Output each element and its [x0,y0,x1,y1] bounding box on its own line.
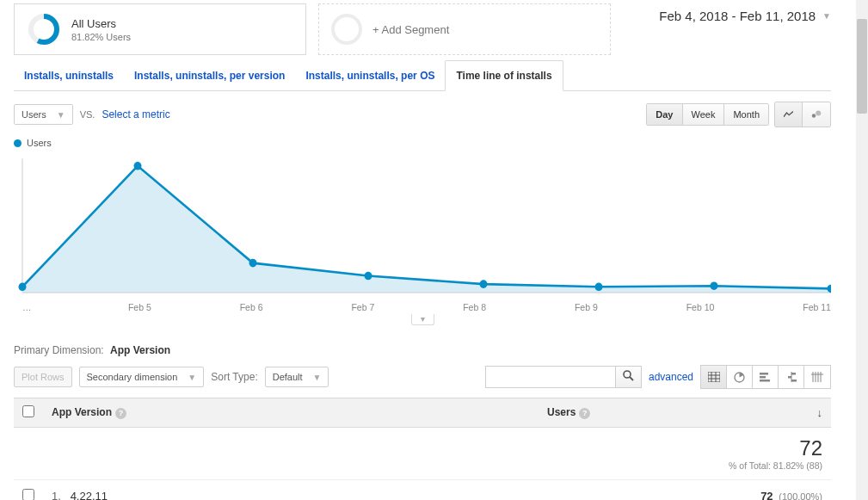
motion-chart-icon[interactable] [803,102,830,127]
select-all-checkbox[interactable] [22,405,34,417]
comparison-view-icon[interactable] [779,366,804,388]
donut-partial-icon [27,12,61,46]
legend-label: Users [27,138,52,148]
granularity-week[interactable]: Week [683,104,725,125]
caret-down-icon: ▼ [822,11,831,21]
summary-value: 72 [799,436,822,460]
table-view-group [700,365,831,389]
vertical-scrollbar[interactable] [856,0,868,500]
primary-dimension: Primary Dimension: App Version [14,325,831,356]
col-header-users[interactable]: Users? ↓ [539,398,831,428]
granularity-day[interactable]: Day [647,104,682,125]
row-name: 4.22.11 [71,490,108,500]
pie-chart-view-icon[interactable] [727,366,753,388]
svg-rect-24 [760,380,770,382]
svg-line-15 [630,377,633,380]
tab-installs-per-os[interactable]: Installs, uninstalls, per OS [295,61,445,90]
performance-view-icon[interactable] [753,366,779,388]
chart-legend: Users [14,138,831,155]
legend-dot-icon [14,139,22,147]
svg-point-8 [249,259,257,268]
svg-point-6 [19,283,27,292]
segment-subtitle: 81.82% Users [71,32,131,42]
row-checkbox[interactable] [22,489,34,500]
table-row[interactable]: 1. 4.22.11 72 (100.00%) [14,480,831,501]
svg-rect-23 [760,376,766,379]
search-button[interactable] [615,367,641,387]
summary-subtext: % of Total: 81.82% (88) [547,460,822,471]
granularity-month[interactable]: Month [724,104,768,125]
sort-desc-icon: ↓ [817,406,823,419]
secondary-dimension-dropdown[interactable]: Secondary dimension ▼ [79,367,205,387]
search-input[interactable] [486,367,615,387]
svg-point-7 [134,162,142,170]
segment-all-users[interactable]: All Users 81.82% Users [14,3,306,55]
table-summary-row: 72 % of Total: 81.82% (88) [14,428,831,480]
chart-type-group [774,102,831,127]
date-range-picker[interactable]: Feb 4, 2018 - Feb 11, 2018 ▼ [659,3,831,23]
data-table-view-icon[interactable] [701,366,727,388]
sort-type-label: Sort Type: [211,371,257,383]
help-icon[interactable]: ? [579,408,590,419]
line-chart-icon[interactable] [775,102,803,127]
svg-point-10 [480,280,488,288]
add-segment-label: + Add Segment [372,23,449,36]
select-metric-link[interactable]: Select a metric [102,108,169,120]
data-table: App Version? Users? ↓ 72 % of Total: 81.… [14,398,831,500]
tab-installs-uninstalls[interactable]: Installs, uninstalls [14,61,124,90]
granularity-group: Day Week Month [646,103,769,126]
tab-installs-per-version[interactable]: Installs, uninstalls, per version [124,61,295,90]
svg-rect-26 [791,373,796,375]
advanced-link[interactable]: advanced [649,371,693,383]
col-header-app-version[interactable]: App Version? [43,398,539,428]
tabs: Installs, uninstalls Installs, uninstall… [14,60,831,91]
svg-point-9 [365,272,372,281]
row-pct: (100.00%) [779,491,822,500]
svg-point-12 [711,281,718,290]
svg-rect-22 [760,373,768,375]
vs-label: VS. [80,109,95,120]
help-icon[interactable]: ? [115,408,126,419]
row-value: 72 [760,490,773,500]
caret-down-icon: ▼ [313,373,322,382]
primary-dimension-value[interactable]: App Version [110,344,170,356]
svg-point-14 [624,371,631,378]
svg-point-11 [595,283,603,292]
segment-title: All Users [71,17,131,30]
sort-type-dropdown[interactable]: Default ▼ [265,367,329,387]
primary-metric-dropdown[interactable]: Users ▼ [14,104,73,125]
expand-chart-caret-icon[interactable]: ▾ [411,314,434,325]
caret-down-icon: ▼ [188,373,196,382]
add-segment-card[interactable]: + Add Segment [318,3,611,55]
table-search [485,366,642,388]
date-range-text: Feb 4, 2018 - Feb 11, 2018 [659,9,816,23]
timeline-chart[interactable] [14,155,831,297]
magnifier-icon [623,370,634,381]
svg-rect-27 [788,376,791,379]
svg-point-2 [812,114,816,118]
svg-rect-16 [708,372,720,382]
primary-metric-label: Users [22,109,46,120]
row-index: 1. [52,490,67,500]
plot-rows-button: Plot Rows [14,367,72,387]
svg-point-3 [816,111,821,116]
scrollbar-thumb[interactable] [857,19,867,114]
caret-down-icon: ▼ [57,110,65,120]
tab-timeline[interactable]: Time line of installs [445,60,563,91]
chart-x-axis: … Feb 5 Feb 6 Feb 7 Feb 8 Feb 9 Feb 10 F… [14,302,831,312]
pivot-view-icon[interactable] [804,366,830,388]
svg-rect-28 [791,380,797,382]
circle-outline-icon [331,14,362,45]
